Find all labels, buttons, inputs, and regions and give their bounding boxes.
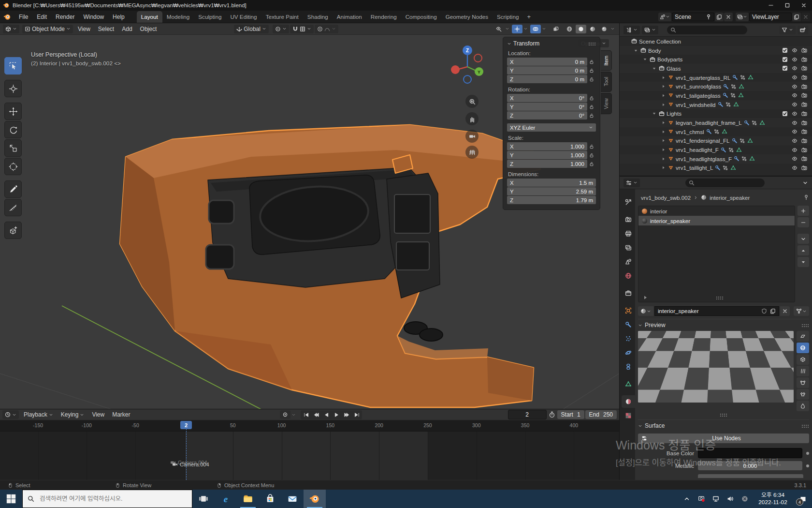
- material-name-field[interactable]: interior_speaker: [654, 306, 779, 316]
- pin-icon[interactable]: [803, 194, 809, 200]
- outliner-row-bodyparts[interactable]: Bodyparts: [620, 55, 812, 64]
- transform-scale-z-field[interactable]: Z1.000: [507, 160, 587, 168]
- tray-sync[interactable]: [694, 490, 709, 508]
- tab-uv-editing[interactable]: UV Editing: [226, 11, 261, 23]
- render-visibility-icon[interactable]: [801, 65, 807, 71]
- lock-icon[interactable]: [589, 105, 596, 109]
- viewlayer-browse-button[interactable]: [736, 13, 749, 21]
- xray-toggle[interactable]: [551, 25, 561, 33]
- timeline-tracks[interactable]: Camera.004 Camera.004: [0, 432, 619, 480]
- menu-window[interactable]: Window: [79, 12, 108, 22]
- minimize-button[interactable]: [763, 0, 779, 11]
- surface-panel-header[interactable]: Surface: [638, 419, 809, 432]
- outliner-row-vrv1-windsheild[interactable]: vrv1_windsheild: [620, 100, 812, 109]
- viewport-menu-select[interactable]: Select: [94, 26, 118, 32]
- outliner-search-input[interactable]: [667, 26, 747, 34]
- start-frame-field[interactable]: Start1: [557, 410, 584, 419]
- sidebar-tab-tool[interactable]: Tool: [601, 72, 612, 91]
- hide-eye-icon[interactable]: [792, 138, 798, 144]
- list-resize-handle[interactable]: [716, 296, 724, 299]
- transform-location-y-field[interactable]: Y0 m: [507, 66, 587, 75]
- shading-wireframe-button[interactable]: [564, 25, 575, 33]
- base-color-swatch[interactable]: [698, 448, 802, 458]
- hide-eye-icon[interactable]: [792, 111, 798, 117]
- exclude-checkbox[interactable]: [782, 47, 788, 53]
- menu-render[interactable]: Render: [51, 12, 79, 22]
- transform-rotation-x-field[interactable]: X0°: [507, 94, 587, 102]
- viewlayer-name-field[interactable]: ViewLayer: [749, 13, 792, 21]
- properties-tab-texture[interactable]: [622, 409, 635, 422]
- auto-keying-button[interactable]: [280, 410, 290, 419]
- render-visibility-icon[interactable]: [801, 156, 807, 162]
- viewport-3d[interactable]: Object Mode ViewSelectAddObject Global: [0, 23, 619, 409]
- properties-tab-world[interactable]: [622, 269, 635, 282]
- material-slot-interior[interactable]: interior: [638, 206, 795, 216]
- prev-keyframe-button[interactable]: [311, 411, 321, 419]
- gizmo-toggle[interactable]: [512, 25, 522, 33]
- render-visibility-icon[interactable]: [801, 84, 807, 90]
- expand-arrow-icon[interactable]: [661, 75, 666, 80]
- tray-network[interactable]: [709, 490, 723, 508]
- outliner-row-glass[interactable]: Glass: [620, 64, 812, 73]
- properties-tab-render[interactable]: [622, 213, 635, 226]
- hide-eye-icon[interactable]: [792, 57, 798, 62]
- render-visibility-icon[interactable]: [801, 120, 807, 126]
- transform-dimensions-y-field[interactable]: Y2.59 m: [507, 187, 596, 195]
- add-slot-button[interactable]: [798, 206, 809, 216]
- proportional-edit-button[interactable]: [315, 25, 338, 33]
- rotation-mode-select[interactable]: XYZ Euler: [507, 123, 596, 132]
- render-visibility-icon[interactable]: [801, 57, 807, 62]
- tab-texture-paint[interactable]: Texture Paint: [261, 11, 303, 23]
- pan-button[interactable]: [465, 112, 478, 125]
- browse-material-button[interactable]: [638, 306, 653, 316]
- outliner-filter-button[interactable]: [779, 26, 796, 34]
- tool-cursor[interactable]: [4, 80, 22, 97]
- tab-geometry-nodes[interactable]: Geometry Nodes: [441, 11, 493, 23]
- render-visibility-icon[interactable]: [801, 165, 807, 171]
- outliner-row-vrv1-fendersignal-fl[interactable]: vrv1_fendersignal_FL: [620, 136, 812, 146]
- shading-material-button[interactable]: [587, 25, 598, 33]
- scene-name-field[interactable]: Scene: [672, 13, 714, 21]
- tab-sculpting[interactable]: Sculpting: [194, 11, 226, 23]
- unlink-material-button[interactable]: [780, 306, 790, 316]
- hide-eye-icon[interactable]: [792, 75, 798, 80]
- properties-tab-scene[interactable]: [622, 255, 635, 268]
- outliner-filter-mode-button[interactable]: [642, 26, 658, 34]
- render-visibility-icon[interactable]: [801, 138, 807, 144]
- lock-icon[interactable]: [589, 60, 596, 64]
- tool-select-box[interactable]: [4, 57, 22, 75]
- properties-tab-constraints[interactable]: [622, 360, 635, 373]
- metallic-slider[interactable]: 0.000: [698, 461, 802, 470]
- preview-shape-cloth[interactable]: [797, 389, 809, 400]
- scene-new-button[interactable]: [715, 13, 724, 21]
- tool-annotate[interactable]: [4, 180, 22, 198]
- viewport-canvas[interactable]: User Perspective (Local) (2) Interior | …: [0, 35, 619, 409]
- tool-transform[interactable]: [4, 158, 22, 175]
- hide-eye-icon[interactable]: [792, 65, 798, 71]
- snap-toggle-button[interactable]: [290, 25, 314, 33]
- zoom-button[interactable]: [465, 95, 478, 108]
- slot-move-up-button[interactable]: [798, 245, 809, 255]
- viewport-menu-object[interactable]: Object: [136, 26, 161, 32]
- properties-tab-particles[interactable]: [622, 332, 635, 345]
- collapse-arrow-icon[interactable]: [643, 57, 648, 61]
- expand-arrow-icon[interactable]: [661, 165, 666, 170]
- add-workspace-button[interactable]: +: [523, 11, 535, 22]
- transform-dimensions-z-field[interactable]: Z1.79 m: [507, 196, 596, 204]
- tab-modeling[interactable]: Modeling: [162, 11, 194, 23]
- lock-icon[interactable]: [589, 144, 596, 149]
- exclude-checkbox[interactable]: [782, 65, 788, 71]
- navigation-gizmo[interactable]: Z Y: [447, 44, 488, 85]
- nodetree-button[interactable]: [794, 306, 809, 316]
- play-reverse-button[interactable]: [321, 411, 331, 419]
- expand-arrow-icon[interactable]: [661, 130, 666, 134]
- slot-specials-button[interactable]: [798, 234, 809, 244]
- shading-rendered-button[interactable]: [599, 25, 609, 33]
- collapse-arrow-icon[interactable]: [652, 66, 657, 71]
- timeline-menu-marker[interactable]: Marker: [108, 411, 134, 418]
- properties-tab-view-layer[interactable]: [622, 241, 635, 254]
- properties-tab-object-data[interactable]: [622, 378, 635, 390]
- hide-eye-icon[interactable]: [792, 165, 798, 171]
- tool-measure[interactable]: [4, 199, 22, 216]
- outliner-row-vrv1-sunroofglass[interactable]: vrv1_sunroofglass: [620, 82, 812, 91]
